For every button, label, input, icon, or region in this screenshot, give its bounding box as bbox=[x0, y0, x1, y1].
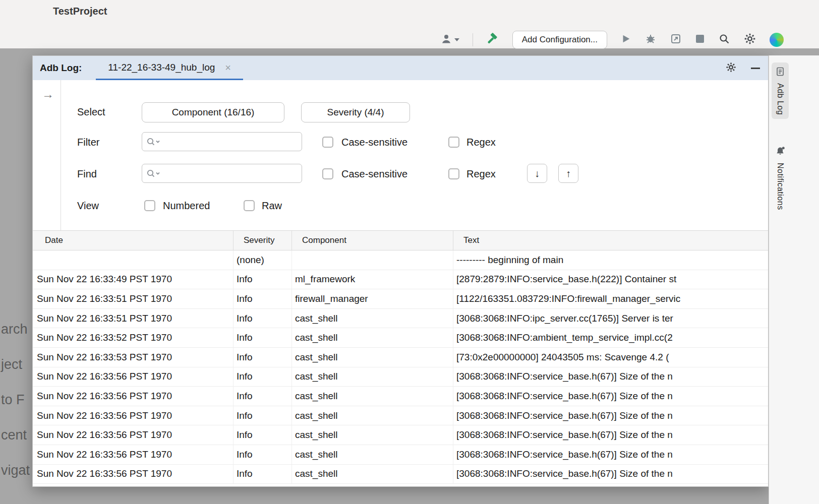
cell-component: cast_shell bbox=[292, 309, 453, 328]
tool-stripe-adb-log[interactable]: Adb Log bbox=[772, 62, 789, 119]
cell-severity: Info bbox=[233, 387, 292, 406]
cell-component: cast_shell bbox=[292, 387, 453, 406]
log-table-row[interactable]: Sun Nov 22 16:33:51 PST 1970 Info firewa… bbox=[33, 289, 768, 309]
adb-log-title: Adb Log: bbox=[40, 62, 82, 74]
profiler-button[interactable] bbox=[670, 33, 682, 47]
cell-severity: Info bbox=[233, 328, 292, 347]
stop-button[interactable] bbox=[695, 34, 705, 46]
cell-date: Sun Nov 22 16:33:49 PST 1970 bbox=[33, 270, 233, 289]
hammer-icon bbox=[486, 32, 499, 47]
bell-icon bbox=[775, 146, 785, 158]
build-hammer-button[interactable] bbox=[486, 32, 499, 47]
log-tab[interactable]: 11-22_16-33-49_hub_log × bbox=[96, 56, 243, 80]
gear-icon bbox=[725, 61, 737, 75]
collapse-panel-button[interactable]: → bbox=[42, 87, 54, 101]
filter-case-sensitive-checkbox[interactable] bbox=[322, 137, 333, 148]
cell-text: [3068:3068:INFO:ipc_server.cc(1765)] Ser… bbox=[453, 309, 768, 328]
cell-date: Sun Nov 22 16:33:56 PST 1970 bbox=[33, 387, 233, 406]
tool-stripe-notifications-label: Notifications bbox=[776, 163, 785, 210]
cell-component: cast_shell bbox=[292, 367, 453, 387]
log-file-icon bbox=[775, 67, 785, 79]
close-icon[interactable]: × bbox=[225, 62, 231, 73]
log-table-row[interactable]: Sun Nov 22 16:33:51 PST 1970 Info cast_s… bbox=[33, 309, 768, 329]
filter-regex-checkbox[interactable] bbox=[448, 137, 459, 148]
cell-text: [3068:3068:INFO:service_base.h(67)] Size… bbox=[453, 445, 768, 464]
debug-button[interactable] bbox=[645, 33, 657, 47]
log-table-row[interactable]: Sun Nov 22 16:33:56 PST 1970 Info cast_s… bbox=[33, 425, 768, 445]
cell-date: Sun Nov 22 16:33:56 PST 1970 bbox=[33, 445, 233, 464]
cell-date: Sun Nov 22 16:33:51 PST 1970 bbox=[33, 309, 233, 328]
user-menu-button[interactable] bbox=[440, 33, 459, 47]
find-input[interactable] bbox=[142, 164, 302, 183]
find-previous-button[interactable]: ↑ bbox=[558, 164, 578, 183]
screen: archjectto Fcentvigat TestProject Add Co… bbox=[0, 0, 819, 504]
hide-window-button[interactable] bbox=[751, 68, 760, 69]
profiler-icon bbox=[670, 33, 682, 47]
log-table-row[interactable]: Sun Nov 22 16:33:56 PST 1970 Info cast_s… bbox=[33, 406, 768, 426]
log-table-row[interactable]: Sun Nov 22 16:33:56 PST 1970 Info cast_s… bbox=[33, 367, 768, 387]
tool-stripe-notifications[interactable]: Notifications bbox=[772, 142, 789, 214]
background-text-fragment: arch bbox=[1, 322, 28, 337]
cell-severity: Info bbox=[233, 406, 292, 425]
cell-component: cast_shell bbox=[292, 465, 453, 484]
tool-stripe-adb-log-label: Adb Log bbox=[776, 83, 785, 115]
cell-component: cast_shell bbox=[292, 348, 453, 367]
filter-panel: → Select Component (16/16) Severity (4/4… bbox=[33, 80, 768, 230]
settings-button[interactable] bbox=[743, 32, 756, 47]
cell-severity: Info bbox=[233, 270, 292, 289]
search-with-history-icon bbox=[146, 137, 161, 148]
component-filter-button[interactable]: Component (16/16) bbox=[142, 102, 284, 122]
filter-input[interactable] bbox=[142, 132, 302, 151]
severity-filter-button[interactable]: Severity (4/4) bbox=[301, 102, 410, 122]
cell-text: [3068:3068:INFO:service_base.h(67)] Size… bbox=[453, 367, 768, 387]
log-table-row[interactable]: Sun Nov 22 16:33:56 PST 1970 Info cast_s… bbox=[33, 445, 768, 465]
cell-text: [73:0x2e00000000] 24043505 ms: Scavenge … bbox=[453, 348, 768, 367]
filter-case-sensitive-label: Case-sensitive bbox=[341, 137, 407, 148]
find-label: Find bbox=[77, 168, 97, 180]
search-with-history-icon bbox=[146, 169, 161, 180]
cell-severity: Info bbox=[233, 309, 292, 328]
find-next-button[interactable]: ↓ bbox=[527, 164, 547, 183]
column-header-component[interactable]: Component bbox=[292, 231, 453, 250]
main-toolbar: Add Configuration... bbox=[440, 29, 784, 51]
log-tab-label: 11-22_16-33-49_hub_log bbox=[108, 62, 215, 73]
search-everywhere-button[interactable] bbox=[718, 33, 730, 47]
android-studio-logo bbox=[770, 33, 784, 47]
numbered-checkbox[interactable] bbox=[144, 200, 155, 211]
log-table-row[interactable]: Sun Nov 22 16:33:53 PST 1970 Info cast_s… bbox=[33, 348, 768, 367]
log-table-row[interactable]: (none) --------- beginning of main bbox=[33, 250, 768, 270]
background-text-fragment: ject bbox=[1, 357, 22, 372]
window-actions bbox=[725, 56, 760, 80]
raw-checkbox[interactable] bbox=[244, 200, 255, 211]
raw-label: Raw bbox=[262, 200, 282, 212]
filter-gutter: → bbox=[33, 80, 61, 230]
find-case-sensitive-checkbox[interactable] bbox=[322, 168, 333, 179]
filter-input-wrap bbox=[142, 132, 302, 151]
cell-severity: Info bbox=[233, 465, 292, 484]
log-table-row[interactable]: Sun Nov 22 16:33:49 PST 1970 Info ml_fra… bbox=[33, 270, 768, 290]
cell-severity: Info bbox=[233, 289, 292, 308]
log-table-row[interactable]: Sun Nov 22 16:33:56 PST 1970 Info cast_s… bbox=[33, 387, 768, 406]
background-text-fragment: to F bbox=[1, 392, 25, 408]
cell-text: --------- beginning of main bbox=[453, 250, 768, 270]
log-table-row[interactable]: Sun Nov 22 16:33:56 PST 1970 Info cast_s… bbox=[33, 465, 768, 484]
minimize-icon bbox=[751, 68, 760, 69]
find-regex-label: Regex bbox=[466, 168, 496, 180]
add-configuration-button[interactable]: Add Configuration... bbox=[512, 31, 607, 49]
column-header-text[interactable]: Text bbox=[453, 231, 768, 250]
search-icon bbox=[718, 33, 730, 47]
gear-icon bbox=[743, 32, 756, 47]
window-settings-button[interactable] bbox=[725, 61, 737, 75]
run-button[interactable] bbox=[620, 33, 631, 46]
log-table-row[interactable]: Sun Nov 22 16:33:52 PST 1970 Info cast_s… bbox=[33, 328, 768, 348]
find-case-sensitive-label: Case-sensitive bbox=[341, 168, 407, 180]
cell-text: [3068:3068:INFO:service_base.h(67)] Size… bbox=[453, 387, 768, 406]
filter-regex-label: Regex bbox=[466, 137, 496, 148]
cell-text: [2879:2879:INFO:service_base.h(222)] Con… bbox=[453, 270, 768, 289]
column-header-date[interactable]: Date bbox=[33, 231, 233, 250]
column-header-severity[interactable]: Severity bbox=[233, 231, 292, 250]
cell-date: Sun Nov 22 16:33:56 PST 1970 bbox=[33, 425, 233, 445]
cell-text: [3068:3068:INFO:service_base.h(67)] Size… bbox=[453, 406, 768, 425]
cell-date bbox=[33, 250, 233, 270]
find-regex-checkbox[interactable] bbox=[448, 168, 459, 179]
